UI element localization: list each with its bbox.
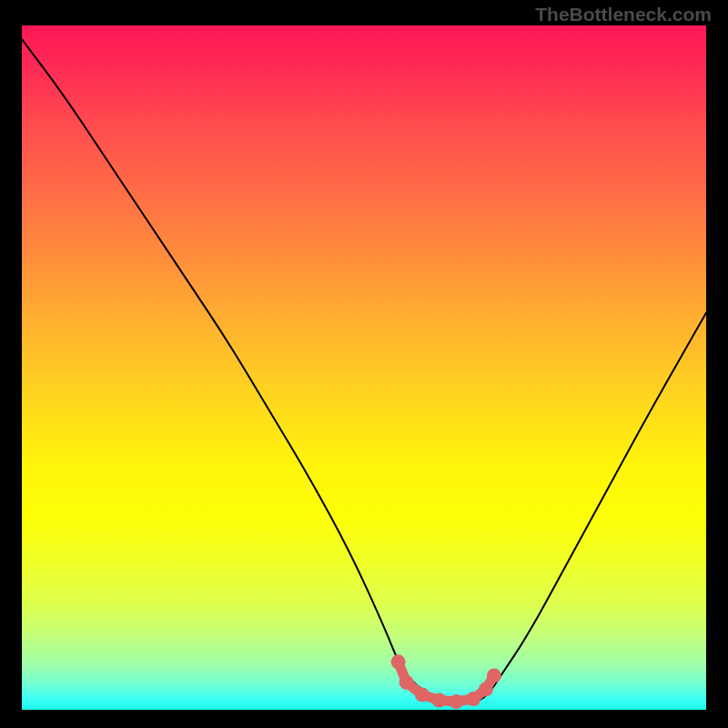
dot-markers-group [391,654,501,709]
dot-marker [450,694,464,709]
dot-marker [399,675,414,690]
dot-marker [391,654,406,669]
chart-svg [22,25,706,710]
dot-marker [479,682,493,696]
dot-marker [466,692,480,706]
dot-marker [415,687,430,702]
dot-marker [432,693,447,707]
dot-marker [487,668,501,682]
watermark-text: TheBottleneck.com [535,4,712,25]
bottleneck-curve [22,39,706,703]
plot-area [22,25,706,710]
